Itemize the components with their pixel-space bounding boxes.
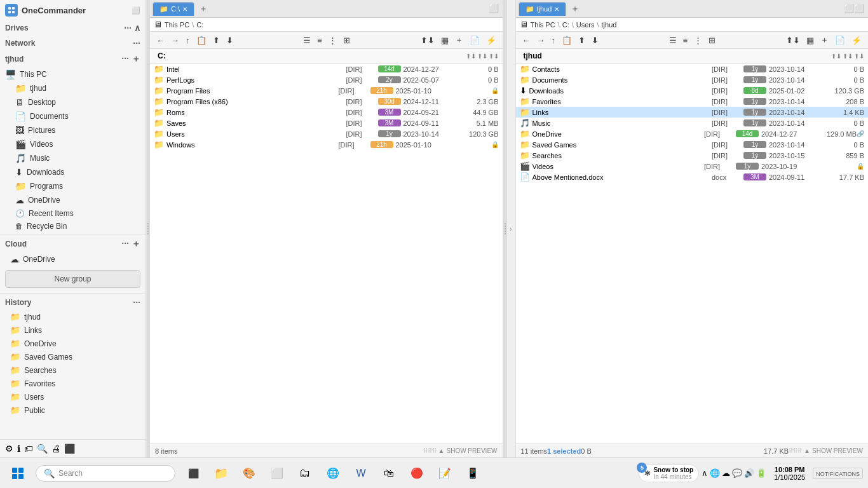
taskbar-search[interactable]: 🔍 Search: [36, 465, 175, 482]
taskbar-edge[interactable]: 🌐: [320, 461, 346, 486]
sidebar-history-public[interactable]: 📁 Public: [0, 403, 146, 417]
left-tab-close[interactable]: ✕: [182, 6, 187, 13]
left-columns-btn[interactable]: ▦: [438, 34, 451, 46]
right-forward-btn[interactable]: →: [534, 34, 548, 46]
left-copy-path-btn[interactable]: 📋: [194, 34, 209, 46]
file-row[interactable]: 📁 Saves [DIR] 3M 2024-09-11 5.1 MB: [150, 118, 503, 128]
right-columns-btn[interactable]: ▦: [804, 34, 817, 46]
right-compact-view-btn[interactable]: ⋮: [691, 34, 705, 46]
sidebar-history-favorites[interactable]: 📁 Favorites: [0, 377, 146, 390]
right-sort-desc-btn[interactable]: ⬇: [589, 34, 601, 46]
drives-collapse[interactable]: ∧: [134, 23, 140, 33]
left-dual-pane-icon[interactable]: ⬜: [487, 3, 500, 15]
sidebar-history-onedrive[interactable]: 📁 OneDrive: [0, 337, 146, 350]
file-row[interactable]: 📁 PerfLogs [DIR] 2y 2022-05-07 0 B: [150, 74, 503, 85]
tray-battery-icon[interactable]: 🔋: [756, 468, 766, 478]
taskbar-store[interactable]: 🛍: [376, 461, 402, 486]
print-icon[interactable]: 🖨: [51, 444, 60, 454]
file-row[interactable]: 📁 Roms [DIR] 3M 2024-09-21 44.9 GB: [150, 107, 503, 118]
info-icon[interactable]: ℹ: [17, 444, 20, 454]
file-row[interactable]: 📁 Links [DIR] 1y 2023-10-14 1.4 KB: [516, 107, 869, 118]
new-group-btn[interactable]: New group: [5, 270, 140, 288]
left-sort-asc-btn[interactable]: ⬆: [210, 34, 222, 46]
sidebar-history-links[interactable]: 📁 Links: [0, 323, 146, 337]
file-row[interactable]: ⬇ Downloads [DIR] 8d 2025-01-02 120.3 GB: [516, 85, 869, 96]
taskbar-sticky-notes[interactable]: 📝: [432, 461, 458, 486]
right-col-sort2[interactable]: ⬆⬇: [843, 53, 853, 60]
right-copy-btn[interactable]: 📄: [832, 34, 848, 46]
file-row[interactable]: 📁 Searches [DIR] 1y 2023-10-15 859 B: [516, 150, 869, 161]
taskbar-files[interactable]: 🗂: [292, 461, 318, 486]
left-back-btn[interactable]: ←: [154, 34, 167, 46]
taskbar-teams[interactable]: ⬜: [264, 461, 290, 486]
file-row[interactable]: 📁 Windows [DIR] 21h 2025-01-10 🔒: [150, 139, 503, 150]
left-up-btn[interactable]: ↑: [183, 34, 193, 46]
file-row[interactable]: 📁 Users [DIR] 1y 2023-10-14 120.3 GB: [150, 128, 503, 139]
left-detail-view-btn[interactable]: ≡: [315, 34, 325, 46]
right-tab-tjhud[interactable]: 📁 tjhud ✕: [519, 2, 567, 16]
cloud-add-btn[interactable]: ＋: [132, 238, 140, 250]
start-button[interactable]: [5, 461, 31, 486]
notifications-btn[interactable]: NOTIFICATIONS: [813, 468, 863, 479]
right-dual-pane-icon[interactable]: ⬜⬜: [843, 3, 865, 15]
right-col-sort3[interactable]: ⬆⬇: [854, 53, 864, 60]
left-col-sort2[interactable]: ⬆⬇: [477, 53, 487, 60]
left-copy-btn[interactable]: 📄: [467, 34, 482, 46]
user-more-btn[interactable]: ···: [121, 53, 129, 65]
file-row[interactable]: 📁 Intel [DIR] 14d 2024-12-27 0 B: [150, 64, 503, 74]
sidebar-history-tjhud[interactable]: 📁 tjhud: [0, 310, 146, 323]
left-new-btn[interactable]: ＋: [452, 33, 466, 47]
sidebar-item-onedrive[interactable]: ☁ OneDrive: [0, 193, 146, 207]
left-flash-btn[interactable]: ⚡: [484, 34, 499, 46]
right-flash-btn[interactable]: ⚡: [849, 34, 864, 46]
left-col-sort1[interactable]: ⬆⬇: [466, 53, 476, 60]
right-new-btn[interactable]: ＋: [818, 33, 831, 47]
sidebar-item-this-pc[interactable]: 🖥️ This PC: [0, 67, 146, 81]
sidebar-history-users[interactable]: 📁 Users: [0, 390, 146, 403]
right-breadcrumb-thispc[interactable]: This PC: [531, 21, 555, 29]
file-row[interactable]: 📁 OneDrive [DIR] 14d 2024-12-27 129.0 MB…: [516, 128, 869, 139]
left-tab-c[interactable]: 📁 C:\ ✕: [153, 2, 194, 16]
taskbar-explorer[interactable]: 📁: [208, 461, 234, 486]
tray-onedrive-tray-icon[interactable]: ☁: [722, 468, 730, 478]
sidebar-history-saved-games[interactable]: 📁 Saved Games: [0, 350, 146, 363]
sidebar-item-desktop[interactable]: 🖥 Desktop: [0, 95, 146, 109]
file-row[interactable]: 📁 Favorites [DIR] 1y 2023-10-14 208 B: [516, 96, 869, 107]
file-row[interactable]: 📁 Program Files [DIR] 21h 2025-01-10 🔒: [150, 85, 503, 96]
tray-volume-icon[interactable]: 🔊: [744, 468, 754, 478]
sidebar-collapse-btn[interactable]: ⬜: [132, 6, 140, 15]
right-breadcrumb-c[interactable]: C:: [562, 21, 569, 29]
sidebar-history-searches[interactable]: 📁 Searches: [0, 363, 146, 377]
sidebar-item-videos[interactable]: 🎬 Videos: [0, 137, 146, 151]
file-row[interactable]: 📁 Saved Games [DIR] 1y 2023-10-14 0 B: [516, 139, 869, 150]
left-forward-btn[interactable]: →: [168, 34, 182, 46]
left-tab-add[interactable]: ＋: [197, 3, 210, 15]
right-list-view-btn[interactable]: ☰: [667, 34, 679, 46]
taskbar-word[interactable]: W: [348, 461, 374, 486]
right-breadcrumb-users[interactable]: Users: [576, 21, 595, 29]
file-row[interactable]: 📁 Documents [DIR] 1y 2023-10-14 0 B: [516, 74, 869, 85]
left-breadcrumb-c[interactable]: C:: [196, 21, 203, 29]
right-up-btn[interactable]: ↑: [549, 34, 559, 46]
right-grid-view-btn[interactable]: ⊞: [706, 34, 718, 46]
left-sort-desc-btn[interactable]: ⬇: [224, 34, 236, 46]
file-row[interactable]: 🎬 Videos [DIR] 1y 2023-10-19 🔒: [516, 161, 869, 172]
left-show-preview[interactable]: ⠿⠿⠿ ▲ SHOW PREVIEW: [423, 447, 498, 454]
right-breadcrumb-tjhud[interactable]: tjhud: [602, 21, 617, 29]
sidebar-item-programs[interactable]: 📁 Programs: [0, 179, 146, 193]
left-sort-toggle-btn[interactable]: ⬆⬇: [418, 34, 437, 46]
file-row[interactable]: 📄 Above Mentioned.docx docx 3M 2024-09-1…: [516, 172, 869, 182]
left-grid-view-btn[interactable]: ⊞: [341, 34, 353, 46]
tray-time[interactable]: 10:08 PM 1/10/2025: [769, 466, 810, 481]
taskbar-phone[interactable]: 📱: [460, 461, 485, 486]
tray-up-arrow[interactable]: ∧: [702, 468, 708, 478]
terminal-icon[interactable]: ⬛: [64, 444, 75, 454]
left-list-view-btn[interactable]: ☰: [301, 34, 313, 46]
right-col-sort1[interactable]: ⬆⬇: [831, 53, 841, 60]
sidebar-item-downloads[interactable]: ⬇ Downloads: [0, 165, 146, 179]
sidebar-item-recent[interactable]: 🕐 Recent Items: [0, 207, 146, 220]
user-add-btn[interactable]: ＋: [132, 53, 140, 65]
right-back-btn[interactable]: ←: [520, 34, 533, 46]
left-compact-view-btn[interactable]: ⋮: [326, 34, 339, 46]
file-row[interactable]: 📁 Contacts [DIR] 1y 2023-10-14 0 B: [516, 64, 869, 74]
